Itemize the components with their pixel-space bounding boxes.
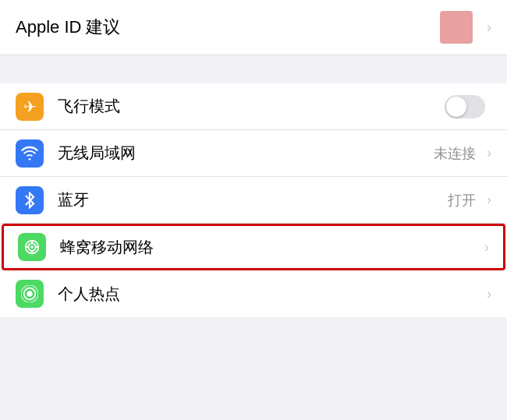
airplane-icon-wrapper: ✈ — [16, 93, 44, 121]
wifi-icon-wrapper — [16, 139, 44, 168]
cellular-chevron: › — [484, 239, 489, 256]
apple-id-chevron: › — [487, 19, 491, 36]
wifi-label: 无线局域网 — [58, 143, 434, 164]
airplane-icon: ✈ — [23, 99, 37, 115]
section-separator — [0, 55, 507, 83]
wifi-chevron: › — [487, 145, 491, 161]
hotspot-label: 个人热点 — [58, 284, 482, 305]
svg-point-2 — [30, 245, 34, 249]
bluetooth-row[interactable]: 蓝牙 打开 › — [0, 177, 507, 224]
wifi-value: 未连接 — [434, 144, 476, 163]
cellular-row[interactable]: 蜂窝移动网络 › — [2, 224, 505, 270]
airplane-toggle[interactable] — [445, 95, 485, 118]
airplane-row[interactable]: ✈ 飞行模式 — [0, 83, 507, 130]
cellular-icon-wrapper — [18, 233, 46, 261]
apple-id-row[interactable]: Apple ID 建议 › — [0, 0, 507, 55]
hotspot-icon — [21, 285, 38, 302]
svg-point-7 — [27, 291, 32, 296]
cellular-label: 蜂窝移动网络 — [60, 237, 480, 258]
bluetooth-icon — [22, 192, 37, 209]
hotspot-chevron: › — [487, 286, 491, 302]
hotspot-icon-wrapper — [16, 280, 44, 308]
bluetooth-value: 打开 — [448, 191, 476, 210]
airplane-label: 飞行模式 — [58, 96, 445, 117]
toggle-knob — [446, 97, 466, 117]
bluetooth-label: 蓝牙 — [58, 189, 448, 210]
bluetooth-icon-wrapper — [16, 186, 44, 214]
wifi-row[interactable]: 无线局域网 未连接 › — [0, 130, 507, 177]
apple-id-label: Apple ID 建议 — [16, 16, 440, 39]
settings-list: ✈ 飞行模式 无线局域网 未连接 › 蓝牙 打开 › — [0, 83, 507, 317]
wifi-icon — [21, 145, 38, 162]
apple-id-avatar — [440, 11, 473, 44]
bluetooth-chevron: › — [487, 192, 491, 208]
hotspot-row[interactable]: 个人热点 › — [0, 270, 507, 317]
cellular-icon — [23, 238, 41, 256]
